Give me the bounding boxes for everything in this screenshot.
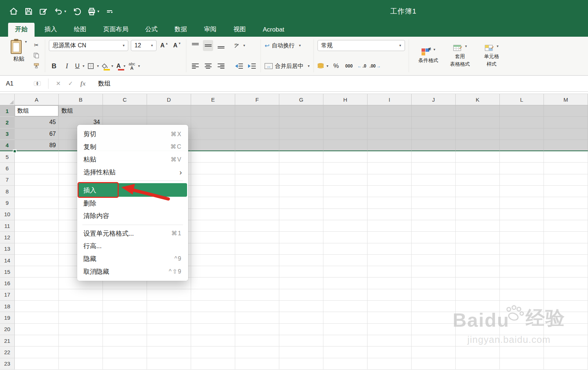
cell-F10[interactable] xyxy=(235,209,279,220)
row-header-15[interactable]: 15 xyxy=(0,266,15,278)
cell-D23[interactable] xyxy=(147,358,191,370)
cell-K9[interactable] xyxy=(456,197,500,208)
tab-页面布局[interactable]: 页面布局 xyxy=(96,22,135,37)
cell-A7[interactable] xyxy=(15,174,59,186)
cell-J10[interactable] xyxy=(412,209,456,220)
cell-E18[interactable] xyxy=(191,301,235,312)
cut-button[interactable]: ✂ xyxy=(32,41,41,50)
cell-J12[interactable] xyxy=(412,232,456,243)
cell-G7[interactable] xyxy=(279,174,323,186)
font-size-select[interactable]: 12 ▾ xyxy=(131,40,157,51)
cell-A14[interactable] xyxy=(15,255,59,266)
cell-D17[interactable] xyxy=(147,289,191,301)
cell-H18[interactable] xyxy=(323,301,368,312)
cell-I14[interactable] xyxy=(368,255,412,266)
cell-F12[interactable] xyxy=(235,232,279,243)
column-header-A[interactable]: A xyxy=(15,94,59,105)
cell-J16[interactable] xyxy=(412,278,456,289)
cell-E23[interactable] xyxy=(191,358,235,370)
cell-F19[interactable] xyxy=(235,312,279,323)
cell-K17[interactable] xyxy=(456,289,500,301)
cell-K4[interactable] xyxy=(456,140,500,151)
comma-style-button[interactable]: 000 xyxy=(344,61,354,72)
cell-G10[interactable] xyxy=(279,209,323,220)
cell-C21[interactable] xyxy=(103,335,147,347)
cell-F11[interactable] xyxy=(235,220,279,232)
increase-decimal-button[interactable]: ←.0 xyxy=(357,61,367,72)
new-from-template-button[interactable] xyxy=(39,7,48,16)
cell-J9[interactable] xyxy=(412,197,456,208)
row-header-13[interactable]: 13 xyxy=(0,243,15,255)
select-all-corner[interactable] xyxy=(0,94,15,105)
row-header-20[interactable]: 20 xyxy=(0,324,15,335)
increase-indent-button[interactable] xyxy=(247,61,257,72)
cell-E9[interactable] xyxy=(191,197,235,208)
home-button[interactable] xyxy=(9,7,18,16)
paste-button[interactable]: ▾ 粘贴 xyxy=(7,40,30,72)
cell-A9[interactable] xyxy=(15,197,59,208)
cell-D19[interactable] xyxy=(147,312,191,323)
caret-down-icon[interactable]: ▾ xyxy=(465,44,467,48)
cell-H10[interactable] xyxy=(323,209,368,220)
tab-开始[interactable]: 开始 xyxy=(8,22,35,37)
cell-A6[interactable] xyxy=(15,163,59,174)
cell-M5[interactable] xyxy=(544,151,588,163)
cell-I21[interactable] xyxy=(368,335,412,347)
cell-I8[interactable] xyxy=(368,186,412,197)
cell-K7[interactable] xyxy=(456,174,500,186)
row-header-7[interactable]: 7 xyxy=(0,174,15,186)
text-effects-button[interactable]: abcA ▾ xyxy=(129,61,140,72)
cell-L5[interactable] xyxy=(500,151,544,163)
cell-L6[interactable] xyxy=(500,163,544,174)
cell-F22[interactable] xyxy=(235,347,279,358)
caret-down-icon[interactable]: ▾ xyxy=(138,64,140,68)
cell-G15[interactable] xyxy=(279,266,323,278)
caret-down-icon[interactable]: ▾ xyxy=(308,64,310,68)
row-header-1[interactable]: 1 xyxy=(0,105,15,117)
cell-L11[interactable] xyxy=(500,220,544,232)
cell-L8[interactable] xyxy=(500,186,544,197)
menu-item-清除内容[interactable]: 清除内容 xyxy=(77,210,188,222)
cell-G20[interactable] xyxy=(279,324,323,335)
row-header-22[interactable]: 22 xyxy=(0,347,15,358)
cell-G14[interactable] xyxy=(279,255,323,266)
caret-down-icon[interactable]: ▾ xyxy=(299,44,301,47)
cell-M7[interactable] xyxy=(544,174,588,186)
caret-down-icon[interactable]: ▾ xyxy=(434,48,435,51)
formula-input[interactable]: 数组 xyxy=(98,79,111,88)
cell-F18[interactable] xyxy=(235,301,279,312)
cell-B17[interactable] xyxy=(59,289,103,301)
caret-down-icon[interactable]: ▾ xyxy=(123,64,125,68)
menu-item-剪切[interactable]: 剪切⌘X xyxy=(77,128,188,141)
row-header-17[interactable]: 17 xyxy=(0,289,15,301)
cell-E2[interactable] xyxy=(191,117,235,128)
cell-K8[interactable] xyxy=(456,186,500,197)
cell-A21[interactable] xyxy=(15,335,59,347)
column-header-H[interactable]: H xyxy=(323,94,368,105)
cell-I3[interactable] xyxy=(368,128,412,140)
cell-H20[interactable] xyxy=(323,324,368,335)
cell-A16[interactable] xyxy=(15,278,59,289)
cell-E16[interactable] xyxy=(191,278,235,289)
cell-I16[interactable] xyxy=(368,278,412,289)
align-bottom-button[interactable] xyxy=(216,40,226,51)
cell-I20[interactable] xyxy=(368,324,412,335)
caret-down-icon[interactable]: ▾ xyxy=(97,64,99,68)
name-box-stepper[interactable]: ▲ ▼ xyxy=(34,81,41,86)
cell-K2[interactable] xyxy=(456,117,500,128)
cell-L14[interactable] xyxy=(500,255,544,266)
cell-J6[interactable] xyxy=(412,163,456,174)
cell-K5[interactable] xyxy=(456,151,500,163)
cell-B23[interactable] xyxy=(59,358,103,370)
cell-I10[interactable] xyxy=(368,209,412,220)
cell-E20[interactable] xyxy=(191,324,235,335)
underline-button[interactable]: U▾ xyxy=(75,61,85,72)
cell-J5[interactable] xyxy=(412,151,456,163)
conditional-formatting-button[interactable]: ≠ ▾ 条件格式 xyxy=(413,40,444,72)
cell-H16[interactable] xyxy=(323,278,368,289)
cell-G11[interactable] xyxy=(279,220,323,232)
cell-A3[interactable]: 67 xyxy=(15,128,59,140)
column-header-E[interactable]: E xyxy=(191,94,235,105)
tab-数据[interactable]: 数据 xyxy=(168,22,194,37)
cell-L10[interactable] xyxy=(500,209,544,220)
